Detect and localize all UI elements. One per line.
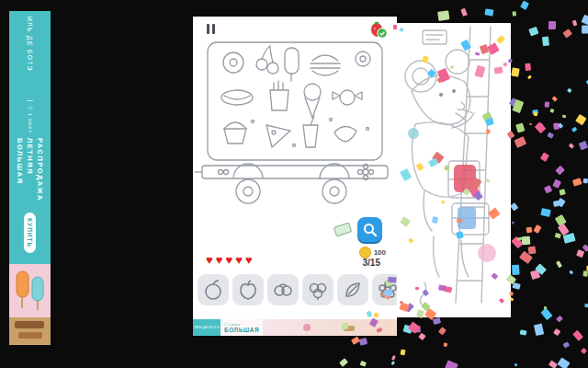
heart-icon: ♥	[245, 254, 253, 266]
lives-hearts: ♥♥♥♥♥	[206, 254, 253, 266]
magnifier-icon	[363, 223, 378, 237]
footer-banner-brand: ИЛЬ ДЕ БОТЭ	[193, 319, 220, 336]
item-slot-peach[interactable]	[198, 274, 229, 305]
banner-buy-button[interactable]: КУПИТЬ	[24, 213, 36, 253]
footer-banner-text: С 1 июля БОЛЬШАЯ	[220, 319, 263, 336]
flower-icon	[377, 279, 397, 301]
banner-title-line2: ЛЕТНЯЯ	[26, 138, 34, 201]
hint-button[interactable]	[357, 217, 382, 242]
found-item-banknote	[334, 222, 353, 236]
banner-product-image	[9, 264, 51, 345]
leaf-icon	[342, 279, 364, 301]
game-screen: 100 ♥♥♥♥♥ 3/15	[193, 17, 397, 336]
footer-banner-title: БОЛЬШАЯ	[224, 327, 259, 333]
promo-illustration	[397, 23, 511, 317]
item-slots	[198, 274, 397, 305]
coin-amount: 100	[374, 248, 386, 257]
banner-brand: ИЛЬ ДЕ БОТЭ	[27, 17, 33, 101]
food-truck-drawing	[193, 37, 397, 221]
banner-title-line3: РАСПРОДАЖА	[36, 138, 44, 201]
ad-banner-footer[interactable]: ИЛЬ ДЕ БОТЭ С 1 июля БОЛЬШАЯ	[193, 319, 397, 336]
item-slot-apple[interactable]	[232, 274, 264, 305]
heart-icon: ♥	[235, 254, 243, 266]
item-slot-leaf[interactable]	[337, 274, 368, 305]
banner-subtitle: С 1 июля	[28, 107, 33, 133]
progress-counter: 3/15	[363, 258, 380, 268]
banner-title-line1: БОЛЬШАЯ	[16, 138, 24, 201]
item-slot-clover[interactable]	[302, 274, 334, 305]
heart-icon: ♥	[216, 254, 223, 266]
mouse-character-drawing	[397, 23, 511, 317]
peach-icon	[202, 279, 224, 301]
pause-button[interactable]	[204, 22, 217, 35]
coloring-scene[interactable]	[193, 37, 397, 221]
item-slot-flower[interactable]	[372, 274, 397, 305]
banner-title: БОЛЬШАЯ ЛЕТНЯЯ РАСПРОДАЖА	[16, 138, 44, 201]
heart-icon: ♥	[206, 254, 213, 266]
clover-icon	[307, 279, 329, 301]
ad-banner-left[interactable]: ИЛЬ ДЕ БОТЭ С 1 июля БОЛЬШАЯ ЛЕТНЯЯ РАСП…	[9, 11, 51, 345]
stage: ИЛЬ ДЕ БОТЭ С 1 июля БОЛЬШАЯ ЛЕТНЯЯ РАСП…	[0, 0, 588, 368]
apple-icon	[237, 279, 259, 301]
heart-icon: ♥	[225, 254, 232, 266]
item-slot-pretzel[interactable]	[267, 274, 299, 305]
pretzel-icon	[272, 279, 294, 301]
footer-banner-image	[263, 319, 397, 336]
